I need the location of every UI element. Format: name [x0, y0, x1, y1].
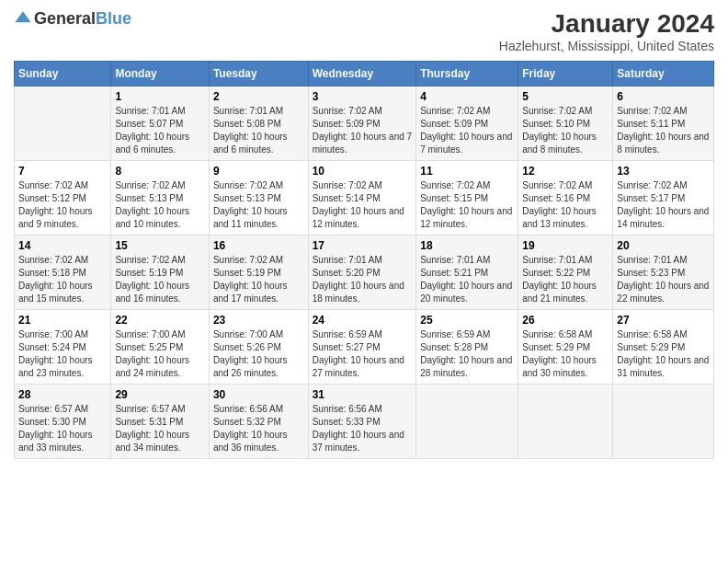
- calendar-week-3: 21Sunrise: 7:00 AMSunset: 5:24 PMDayligh…: [15, 310, 714, 385]
- col-wednesday: Wednesday: [308, 62, 416, 86]
- logo-general: General: [34, 9, 96, 28]
- calendar-cell: 9Sunrise: 7:02 AMSunset: 5:13 PMDaylight…: [209, 161, 308, 236]
- header-row: Sunday Monday Tuesday Wednesday Thursday…: [15, 62, 714, 86]
- day-info: Sunrise: 7:02 AMSunset: 5:19 PMDaylight:…: [213, 254, 304, 305]
- day-info: Sunrise: 7:02 AMSunset: 5:12 PMDaylight:…: [18, 179, 107, 231]
- day-info: Sunrise: 7:02 AMSunset: 5:18 PMDaylight:…: [18, 254, 107, 305]
- day-info: Sunrise: 7:00 AMSunset: 5:24 PMDaylight:…: [18, 328, 107, 380]
- calendar-cell: 5Sunrise: 7:02 AMSunset: 5:10 PMDaylight…: [518, 86, 613, 161]
- day-number: 26: [522, 314, 609, 327]
- day-number: 25: [420, 314, 514, 327]
- calendar-cell: 14Sunrise: 7:02 AMSunset: 5:18 PMDayligh…: [15, 236, 111, 310]
- day-info: Sunrise: 7:01 AMSunset: 5:21 PMDaylight:…: [420, 254, 514, 305]
- day-number: 3: [313, 90, 413, 103]
- day-info: Sunrise: 7:00 AMSunset: 5:26 PMDaylight:…: [213, 328, 304, 380]
- day-info: Sunrise: 7:00 AMSunset: 5:25 PMDaylight:…: [115, 328, 204, 380]
- calendar-cell: 24Sunrise: 6:59 AMSunset: 5:27 PMDayligh…: [308, 310, 416, 385]
- day-info: Sunrise: 7:02 AMSunset: 5:17 PMDaylight:…: [617, 179, 710, 231]
- calendar-week-1: 7Sunrise: 7:02 AMSunset: 5:12 PMDaylight…: [15, 161, 714, 236]
- logo-blue: Blue: [96, 9, 131, 28]
- calendar-cell: 11Sunrise: 7:02 AMSunset: 5:15 PMDayligh…: [416, 161, 518, 236]
- calendar-cell: 6Sunrise: 7:02 AMSunset: 5:11 PMDaylight…: [613, 86, 714, 161]
- day-info: Sunrise: 6:58 AMSunset: 5:29 PMDaylight:…: [617, 328, 710, 380]
- calendar-cell: 25Sunrise: 6:59 AMSunset: 5:28 PMDayligh…: [416, 310, 518, 385]
- calendar-cell: 22Sunrise: 7:00 AMSunset: 5:25 PMDayligh…: [111, 310, 209, 385]
- calendar-cell: [613, 385, 714, 459]
- calendar-week-2: 14Sunrise: 7:02 AMSunset: 5:18 PMDayligh…: [15, 236, 714, 310]
- day-info: Sunrise: 7:02 AMSunset: 5:11 PMDaylight:…: [617, 105, 710, 156]
- calendar-week-4: 28Sunrise: 6:57 AMSunset: 5:30 PMDayligh…: [15, 385, 714, 459]
- calendar-cell: 2Sunrise: 7:01 AMSunset: 5:08 PMDaylight…: [209, 86, 308, 161]
- calendar-cell: 21Sunrise: 7:00 AMSunset: 5:24 PMDayligh…: [15, 310, 111, 385]
- day-info: Sunrise: 7:01 AMSunset: 5:23 PMDaylight:…: [617, 254, 710, 305]
- day-number: 8: [115, 165, 204, 178]
- calendar-cell: 20Sunrise: 7:01 AMSunset: 5:23 PMDayligh…: [613, 236, 714, 310]
- calendar-cell: 7Sunrise: 7:02 AMSunset: 5:12 PMDaylight…: [15, 161, 111, 236]
- day-info: Sunrise: 7:02 AMSunset: 5:14 PMDaylight:…: [313, 179, 413, 231]
- calendar-cell: 15Sunrise: 7:02 AMSunset: 5:19 PMDayligh…: [111, 236, 209, 310]
- day-number: 15: [115, 239, 204, 252]
- calendar-cell: 16Sunrise: 7:02 AMSunset: 5:19 PMDayligh…: [209, 236, 308, 310]
- col-saturday: Saturday: [613, 62, 714, 86]
- calendar-cell: 12Sunrise: 7:02 AMSunset: 5:16 PMDayligh…: [518, 161, 613, 236]
- day-number: 24: [313, 314, 413, 327]
- day-info: Sunrise: 7:02 AMSunset: 5:09 PMDaylight:…: [420, 105, 514, 156]
- calendar-week-0: 1Sunrise: 7:01 AMSunset: 5:07 PMDaylight…: [15, 86, 714, 161]
- day-info: Sunrise: 7:02 AMSunset: 5:13 PMDaylight:…: [115, 179, 204, 231]
- day-number: 10: [313, 165, 413, 178]
- calendar-cell: 17Sunrise: 7:01 AMSunset: 5:20 PMDayligh…: [308, 236, 416, 310]
- day-number: 31: [313, 388, 413, 401]
- day-number: 13: [617, 165, 710, 178]
- calendar-cell: 10Sunrise: 7:02 AMSunset: 5:14 PMDayligh…: [308, 161, 416, 236]
- day-info: Sunrise: 7:01 AMSunset: 5:20 PMDaylight:…: [313, 254, 413, 305]
- day-info: Sunrise: 7:02 AMSunset: 5:13 PMDaylight:…: [213, 179, 304, 231]
- day-info: Sunrise: 7:02 AMSunset: 5:15 PMDaylight:…: [420, 179, 514, 231]
- calendar-cell: 18Sunrise: 7:01 AMSunset: 5:21 PMDayligh…: [416, 236, 518, 310]
- day-number: 18: [420, 239, 514, 252]
- calendar-cell: [518, 385, 613, 459]
- calendar-cell: 27Sunrise: 6:58 AMSunset: 5:29 PMDayligh…: [613, 310, 714, 385]
- day-info: Sunrise: 7:01 AMSunset: 5:22 PMDaylight:…: [522, 254, 609, 305]
- calendar-cell: [416, 385, 518, 459]
- calendar-cell: 23Sunrise: 7:00 AMSunset: 5:26 PMDayligh…: [209, 310, 308, 385]
- day-number: 1: [115, 90, 204, 103]
- day-info: Sunrise: 6:57 AMSunset: 5:30 PMDaylight:…: [18, 403, 107, 454]
- day-number: 28: [18, 388, 107, 401]
- calendar-cell: 1Sunrise: 7:01 AMSunset: 5:07 PMDaylight…: [111, 86, 209, 161]
- calendar-cell: 4Sunrise: 7:02 AMSunset: 5:09 PMDaylight…: [416, 86, 518, 161]
- calendar-table: Sunday Monday Tuesday Wednesday Thursday…: [14, 61, 714, 459]
- col-tuesday: Tuesday: [209, 62, 308, 86]
- day-number: 20: [617, 239, 710, 252]
- col-friday: Friday: [518, 62, 613, 86]
- svg-marker-0: [15, 11, 30, 22]
- calendar-cell: 26Sunrise: 6:58 AMSunset: 5:29 PMDayligh…: [518, 310, 613, 385]
- day-number: 9: [213, 165, 304, 178]
- day-number: 22: [115, 314, 204, 327]
- day-info: Sunrise: 7:02 AMSunset: 5:16 PMDaylight:…: [522, 179, 609, 231]
- subtitle: Hazlehurst, Mississippi, United States: [499, 39, 714, 53]
- calendar-cell: 28Sunrise: 6:57 AMSunset: 5:30 PMDayligh…: [15, 385, 111, 459]
- calendar-body: 1Sunrise: 7:01 AMSunset: 5:07 PMDaylight…: [15, 86, 714, 459]
- day-number: 19: [522, 239, 609, 252]
- day-info: Sunrise: 7:01 AMSunset: 5:08 PMDaylight:…: [213, 105, 304, 156]
- day-info: Sunrise: 6:57 AMSunset: 5:31 PMDaylight:…: [115, 403, 204, 454]
- calendar-cell: 19Sunrise: 7:01 AMSunset: 5:22 PMDayligh…: [518, 236, 613, 310]
- day-number: 4: [420, 90, 514, 103]
- day-info: Sunrise: 6:58 AMSunset: 5:29 PMDaylight:…: [522, 328, 609, 380]
- main-title: January 2024: [499, 9, 714, 39]
- col-sunday: Sunday: [15, 62, 111, 86]
- day-info: Sunrise: 7:02 AMSunset: 5:10 PMDaylight:…: [522, 105, 609, 156]
- day-info: Sunrise: 6:59 AMSunset: 5:28 PMDaylight:…: [420, 328, 514, 380]
- page-header: GeneralBlue January 2024 Hazlehurst, Mis…: [14, 9, 714, 53]
- calendar-cell: 3Sunrise: 7:02 AMSunset: 5:09 PMDaylight…: [308, 86, 416, 161]
- col-monday: Monday: [111, 62, 209, 86]
- day-info: Sunrise: 7:02 AMSunset: 5:09 PMDaylight:…: [313, 105, 413, 156]
- day-info: Sunrise: 7:01 AMSunset: 5:07 PMDaylight:…: [115, 105, 204, 156]
- day-number: 21: [18, 314, 107, 327]
- day-number: 2: [213, 90, 304, 103]
- day-info: Sunrise: 7:02 AMSunset: 5:19 PMDaylight:…: [115, 254, 204, 305]
- col-thursday: Thursday: [416, 62, 518, 86]
- day-number: 11: [420, 165, 514, 178]
- calendar-cell: 30Sunrise: 6:56 AMSunset: 5:32 PMDayligh…: [209, 385, 308, 459]
- day-number: 14: [18, 239, 107, 252]
